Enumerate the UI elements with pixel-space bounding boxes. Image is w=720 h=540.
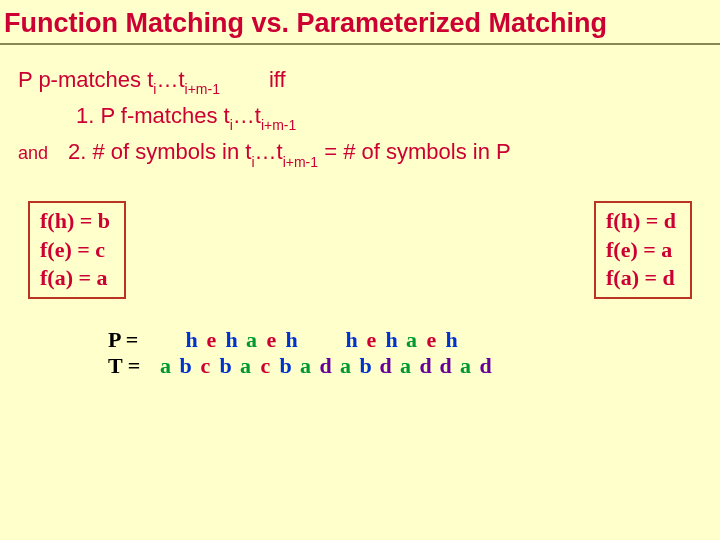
seq-char: e bbox=[202, 327, 222, 353]
seq-char: e bbox=[362, 327, 382, 353]
seq-char: a bbox=[456, 353, 476, 379]
fn-line: f(a) = d bbox=[606, 264, 676, 293]
left-function-box: f(h) = b f(e) = c f(a) = a bbox=[28, 201, 126, 299]
seq-char: a bbox=[156, 353, 176, 379]
slide-title: Function Matching vs. Parameterized Matc… bbox=[0, 0, 720, 45]
stmt-text: 1. P f-matches t bbox=[76, 103, 230, 128]
seq-char: a bbox=[236, 353, 256, 379]
seq-char: c bbox=[256, 353, 276, 379]
subscript: i+m-1 bbox=[283, 154, 318, 170]
p-label: P = bbox=[108, 327, 150, 353]
t-label: T = bbox=[108, 353, 150, 379]
stmt-text: iff bbox=[220, 67, 286, 92]
slide-body: P p-matches ti…ti+m-1 iff 1. P f-matches… bbox=[0, 45, 720, 379]
seq-char: b bbox=[216, 353, 236, 379]
theorem-statement: P p-matches ti…ti+m-1 iff 1. P f-matches… bbox=[18, 63, 702, 171]
t-sequence: abcbacbadabdaddad bbox=[156, 353, 496, 378]
seq-char: d bbox=[376, 353, 396, 379]
pattern-row: P = hehaehhehaeh bbox=[108, 327, 702, 353]
stmt-line-3: and2. # of symbols in ti…ti+m-1 = # of s… bbox=[18, 135, 702, 171]
seq-char: a bbox=[242, 327, 262, 353]
subscript: i+m-1 bbox=[261, 117, 296, 133]
seq-char: a bbox=[336, 353, 356, 379]
seq-char: a bbox=[296, 353, 316, 379]
seq-char: b bbox=[276, 353, 296, 379]
and-label: and bbox=[18, 140, 68, 168]
stmt-text: P p-matches t bbox=[18, 67, 153, 92]
fn-line: f(e) = a bbox=[606, 236, 676, 265]
fn-line: f(h) = b bbox=[40, 207, 110, 236]
subscript: i bbox=[251, 154, 254, 170]
right-function-box: f(h) = d f(e) = a f(a) = d bbox=[594, 201, 692, 299]
seq-char: d bbox=[436, 353, 456, 379]
seq-char: c bbox=[196, 353, 216, 379]
subscript: i+m-1 bbox=[185, 81, 220, 97]
seq-char: h bbox=[222, 327, 242, 353]
seq-char: a bbox=[396, 353, 416, 379]
seq-char: h bbox=[442, 327, 462, 353]
stmt-text: …t bbox=[156, 67, 184, 92]
stmt-text: …t bbox=[255, 139, 283, 164]
p-sequence: hehaehhehaeh bbox=[156, 327, 462, 352]
function-boxes: f(h) = b f(e) = c f(a) = a f(h) = d f(e)… bbox=[28, 201, 692, 299]
seq-char: h bbox=[342, 327, 362, 353]
seq-char: h bbox=[182, 327, 202, 353]
seq-char: h bbox=[282, 327, 302, 353]
subscript: i bbox=[230, 117, 233, 133]
stmt-text: 2. # of symbols in t bbox=[68, 139, 251, 164]
text-row: T = abcbacbadabdaddad bbox=[108, 353, 702, 379]
fn-line: f(h) = d bbox=[606, 207, 676, 236]
stmt-text: …t bbox=[233, 103, 261, 128]
sequences: P = hehaehhehaeh T = abcbacbadabdaddad bbox=[108, 327, 702, 379]
stmt-line-2: 1. P f-matches ti…ti+m-1 bbox=[18, 99, 702, 135]
subscript: i bbox=[153, 81, 156, 97]
fn-line: f(e) = c bbox=[40, 236, 110, 265]
seq-char: e bbox=[262, 327, 282, 353]
seq-char: d bbox=[416, 353, 436, 379]
fn-line: f(a) = a bbox=[40, 264, 110, 293]
seq-char: d bbox=[476, 353, 496, 379]
seq-char: d bbox=[316, 353, 336, 379]
seq-char: b bbox=[176, 353, 196, 379]
seq-char: h bbox=[382, 327, 402, 353]
stmt-line-1: P p-matches ti…ti+m-1 iff bbox=[18, 63, 702, 99]
seq-char: a bbox=[402, 327, 422, 353]
seq-char: b bbox=[356, 353, 376, 379]
seq-char: e bbox=[422, 327, 442, 353]
stmt-text: = # of symbols in P bbox=[318, 139, 511, 164]
